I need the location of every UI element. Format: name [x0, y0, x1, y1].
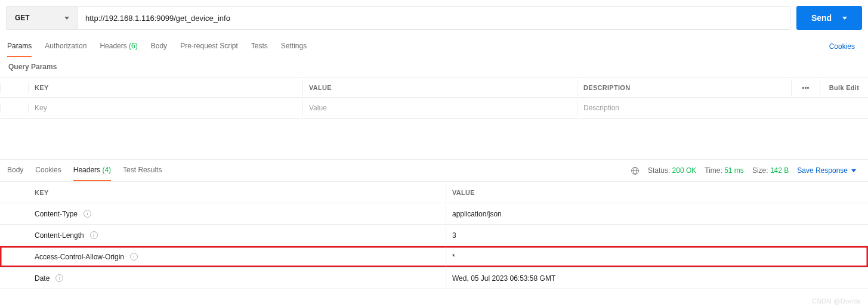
- query-header-actions[interactable]: •••: [792, 79, 820, 96]
- bulk-edit-button[interactable]: Bulk Edit: [820, 79, 868, 96]
- query-key-cell: [29, 99, 303, 117]
- resp-row-value: application/json: [446, 204, 868, 224]
- request-tabs: Params Authorization Headers (6) Body Pr…: [7, 36, 320, 57]
- query-description-input[interactable]: [583, 104, 786, 112]
- info-icon[interactable]: i: [130, 253, 138, 261]
- time-value: 51 ms: [724, 166, 744, 175]
- chevron-down-icon: [851, 169, 856, 172]
- chevron-down-icon: [64, 17, 69, 20]
- save-response-button[interactable]: Save Response: [797, 166, 861, 175]
- status-value: 200 OK: [672, 166, 697, 175]
- resp-row-key-text: Content-Type: [35, 210, 78, 218]
- resp-row-key-text: Content-Length: [35, 231, 84, 240]
- response-headers-table: KEY VALUE Content-Typeiapplication/jsonC…: [0, 181, 868, 289]
- resp-header-key: KEY: [29, 184, 446, 201]
- query-header-value: VALUE: [303, 79, 577, 96]
- tab-pre-request[interactable]: Pre-request Script: [180, 36, 238, 57]
- resp-row-key: Content-Lengthi: [29, 226, 446, 245]
- tab-headers-count: (6): [129, 42, 138, 50]
- query-header-leading: [0, 83, 29, 92]
- resp-row-key: Datei: [29, 269, 446, 288]
- resp-tab-body[interactable]: Body: [7, 160, 23, 181]
- size-value: 142 B: [770, 166, 789, 175]
- resp-header-value: VALUE: [446, 184, 868, 201]
- query-value-cell: [303, 99, 577, 117]
- tab-settings[interactable]: Settings: [281, 36, 307, 57]
- info-icon[interactable]: i: [90, 231, 98, 239]
- info-icon[interactable]: i: [55, 274, 63, 282]
- send-button[interactable]: Send: [796, 6, 862, 30]
- query-row-bulk-spacer: [820, 103, 868, 113]
- request-tabs-row: Params Authorization Headers (6) Body Pr…: [0, 36, 868, 58]
- time-block: Time: 51 ms: [705, 166, 744, 175]
- status-block: Status: 200 OK: [648, 166, 696, 175]
- resp-row-key-text: Date: [35, 274, 50, 283]
- resp-row-key: Access-Control-Allow-Origini: [29, 247, 446, 266]
- send-button-label: Send: [811, 13, 832, 23]
- size-block: Size: 142 B: [752, 166, 789, 175]
- query-desc-cell: [577, 99, 792, 117]
- chevron-down-icon: [842, 17, 847, 20]
- resp-tab-test-results[interactable]: Test Results: [123, 160, 162, 181]
- tab-headers[interactable]: Headers (6): [100, 36, 137, 57]
- resp-tab-headers-count: (4): [102, 166, 111, 174]
- request-url-input[interactable]: [78, 6, 790, 30]
- tab-authorization[interactable]: Authorization: [45, 36, 87, 57]
- http-method-value: GET: [15, 14, 30, 22]
- watermark: CSDN @Dontla: [812, 297, 861, 305]
- http-method-select[interactable]: GET: [6, 6, 78, 30]
- size-label: Size:: [752, 166, 768, 175]
- query-key-input[interactable]: [35, 104, 296, 112]
- status-label: Status:: [648, 166, 670, 175]
- tab-headers-label: Headers: [100, 42, 126, 50]
- response-status-bar: Status: 200 OK Time: 51 ms Size: 142 B S…: [631, 166, 861, 175]
- request-bar: GET Send: [0, 0, 868, 36]
- resp-row-value: Wed, 05 Jul 2023 06:53:58 GMT: [446, 269, 868, 288]
- query-header-description: DESCRIPTION: [577, 79, 792, 96]
- resp-row-value: *: [446, 247, 868, 266]
- spacer: [0, 119, 868, 159]
- resp-tab-headers-label: Headers: [73, 166, 100, 174]
- query-row-actions-spacer: [792, 103, 820, 113]
- tab-tests[interactable]: Tests: [251, 36, 268, 57]
- save-response-label: Save Response: [797, 166, 848, 175]
- query-value-input[interactable]: [309, 104, 571, 112]
- tab-body[interactable]: Body: [151, 36, 167, 57]
- response-header-row: Content-Lengthi3: [0, 225, 868, 246]
- response-tabs: Body Cookies Headers (4) Test Results: [7, 160, 174, 181]
- query-row-leading: [0, 103, 29, 113]
- response-header-row: KEY VALUE: [0, 182, 868, 203]
- resp-row-key: Content-Typei: [29, 204, 446, 224]
- cookies-link[interactable]: Cookies: [829, 42, 861, 51]
- resp-tab-cookies[interactable]: Cookies: [35, 160, 61, 181]
- response-header-row: Content-Typeiapplication/json: [0, 203, 868, 225]
- resp-row-key-text: Access-Control-Allow-Origin: [35, 253, 124, 261]
- info-icon[interactable]: i: [84, 210, 91, 218]
- query-header-row: KEY VALUE DESCRIPTION ••• Bulk Edit: [0, 77, 868, 98]
- query-header-key: KEY: [29, 79, 303, 96]
- resp-tab-headers[interactable]: Headers (4): [73, 160, 111, 181]
- response-header-row: Access-Control-Allow-Origini*: [0, 246, 868, 268]
- resp-row-value: 3: [446, 226, 868, 245]
- response-row: Body Cookies Headers (4) Test Results St…: [0, 159, 868, 181]
- query-params-table: KEY VALUE DESCRIPTION ••• Bulk Edit: [0, 77, 868, 119]
- query-input-row: [0, 98, 868, 118]
- tab-params[interactable]: Params: [7, 36, 32, 57]
- globe-icon[interactable]: [631, 166, 640, 175]
- time-label: Time:: [705, 166, 722, 175]
- query-params-label: Query Params: [0, 58, 868, 77]
- response-header-row: DateiWed, 05 Jul 2023 06:53:58 GMT: [0, 268, 868, 289]
